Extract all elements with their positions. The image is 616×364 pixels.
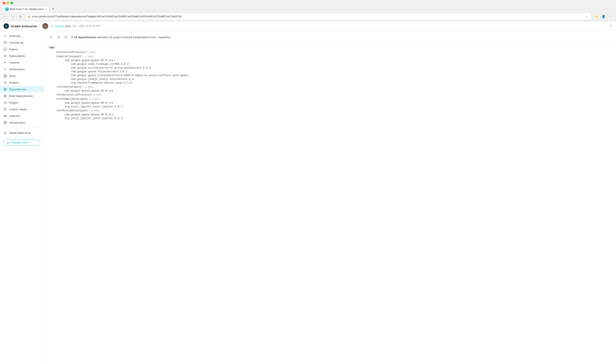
svg-text:G: G <box>5 25 7 28</box>
maximize-button[interactable] <box>11 2 13 4</box>
dep-errorprone: com.google.errorprone:error_prone_annota… <box>48 66 612 70</box>
config-time: 0.000s <box>87 51 96 53</box>
back-button[interactable]: ← <box>2 13 8 19</box>
dep-name: com.google.errorprone:error_prone_annota… <box>71 66 151 69</box>
sidebar-item-switches[interactable]: Switches <box>0 113 44 119</box>
dep-name: com.google.code.findbugs:jsr305:3.0.2 <box>71 63 129 66</box>
config-collapse[interactable]: ▾ <box>89 109 90 112</box>
dep-count: 16 <box>74 36 77 39</box>
sidebar-item-label: Custom values <box>9 108 27 111</box>
config-time: 0.003s <box>85 86 94 88</box>
active-tab[interactable]: 🐘 Build Scan™ for 'tutorial' just n × <box>2 6 49 12</box>
sidebar-item-failure[interactable]: Failure <box>0 46 44 52</box>
dep-expand[interactable]: › <box>114 102 116 104</box>
sidebar-item-label: Projects <box>9 81 19 84</box>
sidebar-item-label: Summary <box>9 34 21 38</box>
address-bar: ← → ↻ 🔒 scans.gradle.com/s/27xqxkfpsberc… <box>0 12 616 21</box>
repo-link[interactable]: 1 <box>157 36 158 39</box>
build-time: Jun 1 2023 10:30:25 PDT <box>72 25 101 27</box>
config-time: 0.000s <box>94 94 102 96</box>
config-compileClasspath: compileClasspath ▾ 0.169s <box>48 54 612 59</box>
config-collapse[interactable]: ▾ <box>83 86 84 88</box>
project-expand[interactable]: ▾ <box>55 46 56 49</box>
dep-name: com.google.guava:guava:30.0-jre <box>65 113 113 116</box>
dep-name: org.checkerframework:checker-qual:3.5.0 <box>71 81 132 84</box>
bookmark-icon[interactable]: ☆ <box>584 14 589 19</box>
sidebar-item-tests[interactable]: Tests <box>0 73 44 79</box>
tab-favicon: 🐘 <box>5 8 9 11</box>
tests-icon <box>3 74 7 78</box>
custom-values-icon <box>3 107 7 111</box>
sidebar-item-plugins[interactable]: Plugins <box>0 99 44 106</box>
svg-rect-42 <box>4 115 7 116</box>
close-button[interactable] <box>2 2 5 4</box>
help-button[interactable]: ? <box>608 24 613 28</box>
config-name: testCompileClasspath <box>56 98 88 101</box>
dep-expand[interactable]: › <box>123 105 125 108</box>
dep-expand[interactable]: › <box>114 113 116 116</box>
config-annotationProcessor: annotationProcessor 0.000s <box>48 50 612 54</box>
tab-bar: 🐘 Build Scan™ for 'tutorial' just n × + <box>0 6 616 12</box>
profile-icon[interactable]: 👤 <box>601 13 606 19</box>
sidebar-item-summary[interactable]: ≡ Summary <box>0 33 44 39</box>
config-collapse[interactable]: ▾ <box>89 98 90 101</box>
sidebar-item-projects[interactable]: Projects <box>0 79 44 86</box>
sidebar-item-build-dependencies[interactable]: Build dependencies <box>0 92 44 99</box>
plugins-icon <box>3 101 7 104</box>
sidebar-item-infrastructure[interactable]: Infrastructure <box>0 119 44 126</box>
extensions-icon[interactable]: ⚡ <box>593 13 599 19</box>
build-info: ✓ tutorial build Jun 1 2023 10:30:25 PDT <box>51 24 101 28</box>
app: G Gradle Enterprise JD ✓ tutorial build … <box>0 22 616 364</box>
trial-button[interactable]: 🐘 Request a trial <box>3 140 40 146</box>
dep-junit-testruntime: org.junit.jupiter:junit-jupiter:5.9.1 › <box>48 117 612 120</box>
dep-name: org.junit.jupiter:junit-jupiter:5.9.1 <box>65 117 123 120</box>
dep-name: com.google.guava:guava:30.0-jre <box>65 90 113 92</box>
sidebar-item-label: Plugins <box>9 101 18 104</box>
sidebar-item-delete[interactable]: Delete Build Scan <box>0 130 44 136</box>
dep-guava-runtime: com.google.guava:guava:30.0-jre › <box>48 89 612 93</box>
filter-button[interactable] <box>48 34 54 40</box>
config-time: 0.169s <box>85 55 94 58</box>
dep-expand[interactable]: › <box>123 117 125 120</box>
dep-expand[interactable]: ▾ <box>114 59 116 62</box>
sidebar-item-dependencies[interactable]: Dependencies <box>0 86 44 92</box>
refresh-button[interactable]: ↻ <box>17 13 23 19</box>
svg-rect-18 <box>5 74 7 76</box>
sidebar-item-label: Tests <box>9 74 15 78</box>
deprecations-icon <box>3 54 7 58</box>
svg-point-21 <box>4 82 5 83</box>
search-button[interactable] <box>63 34 69 40</box>
url-bar[interactable]: 🔒 scans.gradle.com/s/27xqxkfpsberc/depen… <box>25 13 592 20</box>
sidebar-item-performance[interactable]: Performance <box>0 66 44 73</box>
new-tab-button[interactable]: + <box>50 6 56 12</box>
dep-j2objc: com.google.j2objc:j2objc-annotations:1.3 <box>48 77 612 81</box>
svg-line-25 <box>5 83 6 83</box>
sidebar-item-deprecations[interactable]: Deprecations <box>0 52 44 59</box>
config-time: 0.005s <box>92 98 100 100</box>
svg-rect-48 <box>4 123 5 124</box>
configs-count: 6 <box>131 36 132 39</box>
menu-icon[interactable]: ⋮ <box>608 13 614 19</box>
project-label: project across <box>113 36 131 39</box>
build-name[interactable]: tutorial <box>55 25 63 28</box>
dep-expand[interactable]: › <box>114 90 116 92</box>
config-collapse[interactable]: ▾ <box>83 55 84 58</box>
svg-rect-47 <box>5 121 6 122</box>
sort-button[interactable] <box>55 34 61 40</box>
svg-rect-43 <box>4 116 7 117</box>
dependency-summary: ☰ 16 dependencies resolved in 1 project … <box>71 36 171 39</box>
svg-point-23 <box>6 83 6 84</box>
gradle-icon: G <box>3 23 9 29</box>
delete-icon <box>3 131 7 135</box>
title-bar <box>0 0 616 6</box>
dep-name: org.junit.jupiter:junit-jupiter:5.9.1 <box>65 105 123 108</box>
sidebar-item-custom-values[interactable]: Custom values <box>0 106 44 113</box>
tab-close-button[interactable]: × <box>45 8 47 11</box>
infrastructure-icon <box>3 121 7 124</box>
sidebar-item-timeline[interactable]: Timeline <box>0 59 44 66</box>
sidebar-item-console-log[interactable]: Console log <box>0 39 44 46</box>
sidebar-item-label: Build dependencies <box>9 94 33 98</box>
forward-button[interactable]: → <box>10 13 16 19</box>
svg-rect-35 <box>4 102 5 104</box>
minimize-button[interactable] <box>6 2 9 4</box>
